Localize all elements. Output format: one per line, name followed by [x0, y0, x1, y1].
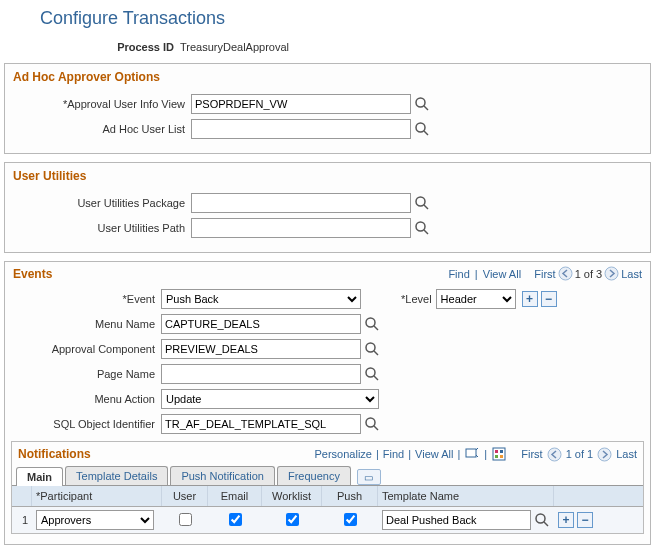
tab-main[interactable]: Main [16, 467, 63, 486]
notif-personalize-link[interactable]: Personalize [315, 448, 372, 460]
remove-row-button[interactable]: − [541, 291, 557, 307]
grid-row: 1 Approvers + − [12, 507, 643, 533]
user-info-view-input[interactable] [191, 94, 411, 114]
process-id-value: TreasuryDealApproval [180, 41, 289, 53]
process-id-label: Process ID [0, 41, 180, 53]
page-name-input[interactable] [161, 364, 361, 384]
next-arrow-icon[interactable] [597, 447, 612, 462]
lookup-icon[interactable] [364, 316, 380, 332]
push-checkbox[interactable] [344, 513, 357, 526]
svg-line-5 [424, 205, 428, 209]
add-row-button[interactable]: + [522, 291, 538, 307]
svg-line-15 [374, 376, 378, 380]
remove-row-button[interactable]: − [577, 512, 593, 528]
lookup-icon[interactable] [414, 96, 430, 112]
notif-first-link[interactable]: First [521, 448, 542, 460]
notif-last-link[interactable]: Last [616, 448, 637, 460]
component-label: Approval Component [11, 343, 161, 355]
next-arrow-icon[interactable] [604, 266, 619, 281]
svg-point-12 [366, 343, 375, 352]
page-title: Configure Transactions [0, 0, 655, 37]
svg-rect-19 [493, 448, 505, 460]
menu-name-label: Menu Name [11, 318, 161, 330]
expand-tabs-icon[interactable]: ▭ [357, 469, 381, 485]
lookup-icon[interactable] [414, 195, 430, 211]
events-count: 1 of 3 [575, 268, 603, 280]
hdr-worklist: Worklist [262, 486, 322, 506]
hdr-participant: *Participant [32, 486, 162, 506]
svg-rect-20 [495, 450, 498, 453]
level-select[interactable]: Header [436, 289, 516, 309]
utilities-path-label: User Utilities Path [11, 222, 191, 234]
prev-arrow-icon[interactable] [547, 447, 562, 462]
svg-rect-18 [466, 449, 476, 457]
row-number: 1 [12, 514, 32, 526]
worklist-checkbox[interactable] [286, 513, 299, 526]
menu-action-select[interactable]: Update [161, 389, 379, 409]
notif-count: 1 of 1 [566, 448, 594, 460]
lookup-icon[interactable] [414, 220, 430, 236]
sql-obj-input[interactable] [161, 414, 361, 434]
svg-line-13 [374, 351, 378, 355]
svg-point-14 [366, 368, 375, 377]
svg-point-26 [536, 514, 545, 523]
template-name-input[interactable] [382, 510, 531, 530]
user-info-view-label: *Approval User Info View [11, 98, 191, 110]
user-list-input[interactable] [191, 119, 411, 139]
svg-point-10 [366, 318, 375, 327]
svg-point-25 [598, 448, 611, 461]
events-last-link[interactable]: Last [621, 268, 642, 280]
user-checkbox[interactable] [179, 513, 192, 526]
event-select[interactable]: Push Back [161, 289, 361, 309]
svg-rect-23 [500, 455, 503, 458]
notif-find-link[interactable]: Find [383, 448, 404, 460]
svg-point-0 [416, 98, 425, 107]
user-list-label: Ad Hoc User List [11, 123, 191, 135]
lookup-icon[interactable] [364, 341, 380, 357]
events-find-link[interactable]: Find [448, 268, 469, 280]
download-icon[interactable] [491, 446, 507, 462]
utilities-groupbox: User Utilities User Utilities Package Us… [4, 162, 651, 253]
menu-name-input[interactable] [161, 314, 361, 334]
grid-header: *Participant User Email Worklist Push Te… [12, 486, 643, 507]
svg-point-24 [548, 448, 561, 461]
notifications-title: Notifications [18, 447, 91, 461]
svg-point-4 [416, 197, 425, 206]
svg-line-7 [424, 230, 428, 234]
svg-point-16 [366, 418, 375, 427]
svg-rect-22 [495, 455, 498, 458]
hdr-template-name: Template Name [378, 486, 554, 506]
sql-obj-label: SQL Object Identifier [11, 418, 161, 430]
notifications-groupbox: Notifications Personalize | Find | View … [11, 441, 644, 534]
svg-point-8 [559, 267, 572, 280]
utilities-path-input[interactable] [191, 218, 411, 238]
lookup-icon[interactable] [534, 512, 550, 528]
events-groupbox: Events Find | View All First 1 of 3 Last… [4, 261, 651, 545]
events-title: Events [13, 267, 52, 281]
lookup-icon[interactable] [364, 366, 380, 382]
add-row-button[interactable]: + [558, 512, 574, 528]
tab-push-notification[interactable]: Push Notification [170, 466, 275, 485]
component-input[interactable] [161, 339, 361, 359]
level-label: *Level [401, 293, 432, 305]
utilities-package-label: User Utilities Package [11, 197, 191, 209]
svg-line-11 [374, 326, 378, 330]
utilities-package-input[interactable] [191, 193, 411, 213]
email-checkbox[interactable] [229, 513, 242, 526]
menu-action-label: Menu Action [11, 393, 161, 405]
events-viewall-link[interactable]: View All [483, 268, 521, 280]
zoom-icon[interactable] [464, 446, 480, 462]
adhoc-groupbox: Ad Hoc Approver Options *Approval User I… [4, 63, 651, 154]
lookup-icon[interactable] [414, 121, 430, 137]
adhoc-title: Ad Hoc Approver Options [11, 68, 644, 90]
tab-frequency[interactable]: Frequency [277, 466, 351, 485]
svg-line-3 [424, 131, 428, 135]
prev-arrow-icon[interactable] [558, 266, 573, 281]
page-name-label: Page Name [11, 368, 161, 380]
hdr-email: Email [208, 486, 262, 506]
lookup-icon[interactable] [364, 416, 380, 432]
notif-viewall-link[interactable]: View All [415, 448, 453, 460]
events-first-link[interactable]: First [534, 268, 555, 280]
participant-select[interactable]: Approvers [36, 510, 154, 530]
tab-template-details[interactable]: Template Details [65, 466, 168, 485]
